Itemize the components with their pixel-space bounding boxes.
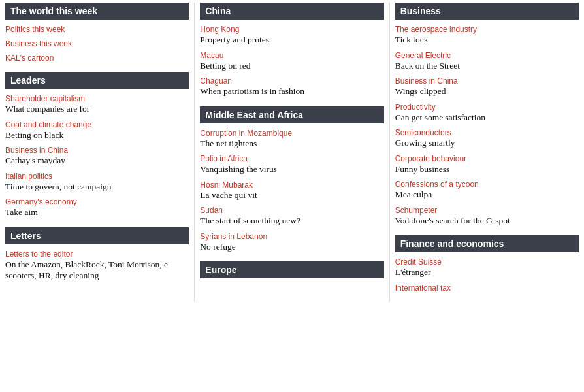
entry-topic[interactable]: Hong Kong xyxy=(200,25,383,34)
entry-topic[interactable]: General Electric xyxy=(395,51,579,60)
entry-topic[interactable]: Macau xyxy=(200,51,383,60)
entry-title: When patriotism is in fashion xyxy=(200,86,383,97)
entry-title: Can get some satisfaction xyxy=(395,112,579,123)
list-item: Letters to the editorOn the Amazon, Blac… xyxy=(5,250,189,282)
entry-topic[interactable]: Syrians in Lebanon xyxy=(200,232,383,241)
list-item: Hong KongProperty and protest xyxy=(200,25,383,46)
entry-topic[interactable]: Chaguan xyxy=(200,76,383,86)
list-item: Coal and climate changeBetting on black xyxy=(5,120,189,141)
section-leaders: LeadersShareholder capitalismWhat compan… xyxy=(5,72,189,218)
section-header-business: Business xyxy=(395,3,579,20)
entry-topic[interactable]: Germany's economy xyxy=(5,197,189,206)
list-item: KAL's cartoon xyxy=(5,54,189,63)
section-europe: Europe xyxy=(200,261,383,278)
entry-topic[interactable]: Credit Suisse xyxy=(395,257,579,267)
entry-title: Vanquishing the virus xyxy=(200,163,383,175)
entry-title: The start of something new? xyxy=(200,215,383,227)
entry-title: Property and protest xyxy=(200,34,383,46)
entry-topic[interactable]: The aerospace industry xyxy=(395,25,579,34)
entry-title: Mea culpa xyxy=(395,189,579,201)
list-item: General ElectricBack on the Street xyxy=(395,51,579,72)
section-middle-east-africa: Middle East and AfricaCorruption in Moza… xyxy=(200,106,383,253)
entry-topic[interactable]: Hosni Mubarak xyxy=(200,180,383,189)
entry-topic[interactable]: International tax xyxy=(395,284,579,293)
list-item: SudanThe start of something new? xyxy=(200,206,383,227)
column-col3: BusinessThe aerospace industryTick tockG… xyxy=(390,0,584,304)
entry-title: The net tightens xyxy=(200,138,383,150)
entry-topic[interactable]: Confessions of a tycoon xyxy=(395,180,579,189)
list-item: Credit SuisseL'étranger xyxy=(395,257,579,278)
entry-title: Vodafone's search for the G-spot xyxy=(395,215,579,227)
entry-title: Betting on black xyxy=(5,129,189,141)
list-item: Business in ChinaCathay's mayday xyxy=(5,146,189,167)
list-item: Confessions of a tycoonMea culpa xyxy=(395,180,579,201)
section-header-middle-east-africa: Middle East and Africa xyxy=(200,106,383,123)
list-item: SemiconductorsGrowing smartly xyxy=(395,128,579,149)
entry-topic[interactable]: Letters to the editor xyxy=(5,250,189,259)
entry-topic[interactable]: Corporate behaviour xyxy=(395,154,579,163)
column-col2: ChinaHong KongProperty and protestMacauB… xyxy=(195,0,389,304)
section-finance-economics: Finance and economicsCredit SuisseL'étra… xyxy=(395,235,579,293)
entry-topic[interactable]: Business in China xyxy=(5,146,189,155)
entry-topic[interactable]: Productivity xyxy=(395,103,579,112)
list-item: Politics this week xyxy=(5,25,189,34)
list-item: Germany's economyTake aim xyxy=(5,197,189,218)
section-header-letters: Letters xyxy=(5,227,189,244)
section-header-europe: Europe xyxy=(200,261,383,278)
entry-title: La vache qui vit xyxy=(200,189,383,201)
entry-title: Tick tock xyxy=(395,34,579,46)
list-item: Italian politicsTime to govern, not camp… xyxy=(5,172,189,193)
section-header-leaders: Leaders xyxy=(5,72,189,89)
list-item: Business in ChinaWings clipped xyxy=(395,76,579,97)
list-item: Corporate behaviourFunny business xyxy=(395,154,579,175)
section-header-finance-economics: Finance and economics xyxy=(395,235,579,252)
entry-title: Take aim xyxy=(5,206,189,218)
list-item: SchumpeterVodafone's search for the G-sp… xyxy=(395,206,579,227)
entry-title: What companies are for xyxy=(5,103,189,115)
entry-title: Cathay's mayday xyxy=(5,155,189,167)
entry-topic[interactable]: Semiconductors xyxy=(395,128,579,137)
entry-topic[interactable]: KAL's cartoon xyxy=(5,54,189,63)
list-item: Business this week xyxy=(5,39,189,48)
list-item: MacauBetting on red xyxy=(200,51,383,72)
main-columns: The world this weekPolitics this weekBus… xyxy=(0,0,584,304)
list-item: Hosni MubarakLa vache qui vit xyxy=(200,180,383,201)
section-letters: LettersLetters to the editorOn the Amazo… xyxy=(5,227,189,282)
list-item: Syrians in LebanonNo refuge xyxy=(200,232,383,253)
column-col1: The world this weekPolitics this weekBus… xyxy=(0,0,194,304)
section-header-china: China xyxy=(200,3,383,20)
list-item: The aerospace industryTick tock xyxy=(395,25,579,46)
entry-topic[interactable]: Polio in Africa xyxy=(200,154,383,163)
list-item: International tax xyxy=(395,284,579,293)
list-item: ChaguanWhen patriotism is in fashion xyxy=(200,76,383,97)
section-china: ChinaHong KongProperty and protestMacauB… xyxy=(200,3,383,97)
entry-title: L'étranger xyxy=(395,267,579,278)
entry-topic[interactable]: Shareholder capitalism xyxy=(5,94,189,103)
entry-title: Funny business xyxy=(395,163,579,175)
entry-topic[interactable]: Schumpeter xyxy=(395,206,579,215)
entry-title: Back on the Street xyxy=(395,60,579,72)
entry-topic[interactable]: Italian politics xyxy=(5,172,189,181)
entry-title: Time to govern, not campaign xyxy=(5,181,189,193)
list-item: Polio in AfricaVanquishing the virus xyxy=(200,154,383,175)
entry-topic[interactable]: Coal and climate change xyxy=(5,120,189,129)
section-the-world-this-week: The world this weekPolitics this weekBus… xyxy=(5,3,189,63)
entry-topic[interactable]: Business in China xyxy=(395,76,579,86)
entry-topic[interactable]: Politics this week xyxy=(5,25,189,34)
entry-title: Wings clipped xyxy=(395,86,579,97)
entry-topic[interactable]: Sudan xyxy=(200,206,383,215)
section-business: BusinessThe aerospace industryTick tockG… xyxy=(395,3,579,226)
entry-title: No refuge xyxy=(200,241,383,253)
entry-title: Growing smartly xyxy=(395,137,579,149)
list-item: ProductivityCan get some satisfaction xyxy=(395,103,579,123)
entry-title: On the Amazon, BlackRock, Toni Morrison,… xyxy=(5,259,189,282)
section-header-the-world-this-week: The world this week xyxy=(5,3,189,20)
list-item: Corruption in MozambiqueThe net tightens xyxy=(200,129,383,150)
list-item: Shareholder capitalismWhat companies are… xyxy=(5,94,189,115)
entry-topic[interactable]: Business this week xyxy=(5,39,189,48)
entry-title: Betting on red xyxy=(200,60,383,72)
entry-topic[interactable]: Corruption in Mozambique xyxy=(200,129,383,138)
